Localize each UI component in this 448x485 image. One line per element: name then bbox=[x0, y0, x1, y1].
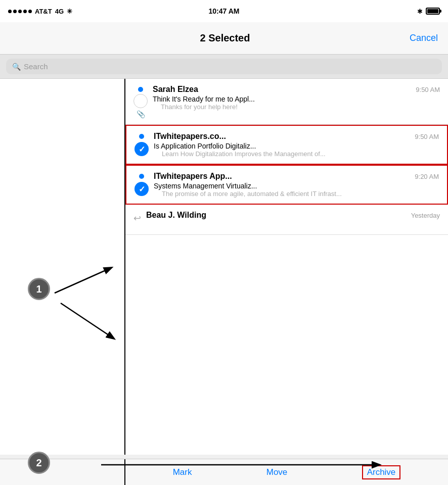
move-button[interactable]: Move bbox=[266, 467, 288, 477]
carrier-label: AT&T bbox=[35, 8, 52, 15]
activity-icon: ✳ bbox=[67, 8, 72, 15]
status-right: ✱ bbox=[417, 8, 440, 15]
unread-dot-1 bbox=[138, 87, 143, 92]
email-preview-3: The promise of a more agile, automated &… bbox=[162, 190, 439, 198]
email-content-3: ITwhitepapers App... 9:20 AM Systems Man… bbox=[154, 172, 439, 198]
reply-icon-4: ↩ bbox=[133, 213, 141, 224]
search-bar[interactable]: 🔍 Search bbox=[6, 59, 442, 74]
cancel-button[interactable]: Cancel bbox=[410, 33, 438, 43]
email-sender-4: Beau J. Wilding bbox=[146, 211, 206, 220]
email-preview-2: Learn How Digitalization Improves the Ma… bbox=[162, 150, 439, 158]
status-time: 10:47 AM bbox=[209, 7, 240, 15]
nav-bar: 2 Selected Cancel bbox=[0, 22, 448, 55]
search-placeholder: Search bbox=[24, 62, 48, 71]
battery-fill bbox=[427, 9, 438, 13]
email-list: 📎 Sarah Elzea 9:50 AM Think It's Ready f… bbox=[125, 79, 448, 455]
email-header-3: ITwhitepapers App... 9:20 AM bbox=[154, 172, 439, 181]
email-sender-2: ITwhitepapers.co... bbox=[154, 132, 226, 141]
left-sidebar bbox=[0, 79, 125, 455]
attachment-icon-1: 📎 bbox=[137, 110, 145, 118]
search-bar-container: 🔍 Search bbox=[0, 55, 448, 79]
battery-icon bbox=[426, 8, 440, 15]
email-sender-1: Sarah Elzea bbox=[153, 85, 198, 94]
email-time-2: 9:50 AM bbox=[415, 133, 439, 140]
nav-title: 2 Selected bbox=[40, 32, 410, 44]
archive-button[interactable]: Archive bbox=[362, 465, 401, 479]
mark-button[interactable]: Mark bbox=[173, 467, 192, 477]
network-label: 4G bbox=[55, 8, 64, 15]
email-time-1: 9:50 AM bbox=[416, 86, 440, 93]
email-item-4[interactable]: ↩ Beau J. Wilding Yesterday bbox=[125, 205, 448, 235]
email-time-3: 9:20 AM bbox=[415, 173, 439, 180]
email-item-2[interactable]: ✓ ITwhitepapers.co... 9:50 AM Is Applica… bbox=[125, 125, 448, 165]
checkbox-checked-3[interactable]: ✓ bbox=[135, 182, 149, 196]
unread-dot-2 bbox=[139, 134, 144, 139]
signal-dots bbox=[8, 10, 32, 13]
toolbar-left bbox=[0, 459, 125, 485]
email-content-1: Sarah Elzea 9:50 AM Think It's Ready for… bbox=[153, 85, 440, 111]
checkbox-empty-1[interactable] bbox=[133, 94, 148, 108]
email-subject-1: Think It's Ready for me to Appl... bbox=[153, 95, 440, 103]
search-icon: 🔍 bbox=[12, 63, 21, 71]
email-item-3[interactable]: ✓ ITwhitepapers App... 9:20 AM Systems M… bbox=[125, 165, 448, 205]
email-subject-3: Systems Management Virtualiz... bbox=[154, 182, 439, 190]
toolbar-right: Mark Move Archive bbox=[125, 465, 448, 479]
bluetooth-icon: ✱ bbox=[417, 8, 423, 15]
bottom-toolbar: Mark Move Archive bbox=[0, 459, 448, 485]
email-item-1[interactable]: 📎 Sarah Elzea 9:50 AM Think It's Ready f… bbox=[125, 79, 448, 125]
email-time-4: Yesterday bbox=[411, 212, 440, 219]
checkbox-checked-2[interactable]: ✓ bbox=[135, 142, 149, 156]
unread-dot-3 bbox=[139, 174, 144, 179]
status-left: AT&T 4G ✳ bbox=[8, 8, 72, 15]
email-subject-2: Is Application Portfolio Digitaliz... bbox=[154, 142, 439, 150]
email-header-1: Sarah Elzea 9:50 AM bbox=[153, 85, 440, 94]
email-preview-1: Thanks for your help here! bbox=[161, 103, 440, 111]
email-header-4: Beau J. Wilding Yesterday bbox=[146, 211, 440, 220]
email-content-2: ITwhitepapers.co... 9:50 AM Is Applicati… bbox=[154, 132, 439, 158]
status-bar: AT&T 4G ✳ 10:47 AM ✱ bbox=[0, 0, 448, 22]
email-sender-3: ITwhitepapers App... bbox=[154, 172, 232, 181]
email-content-4: Beau J. Wilding Yesterday bbox=[146, 211, 440, 221]
email-header-2: ITwhitepapers.co... 9:50 AM bbox=[154, 132, 439, 141]
